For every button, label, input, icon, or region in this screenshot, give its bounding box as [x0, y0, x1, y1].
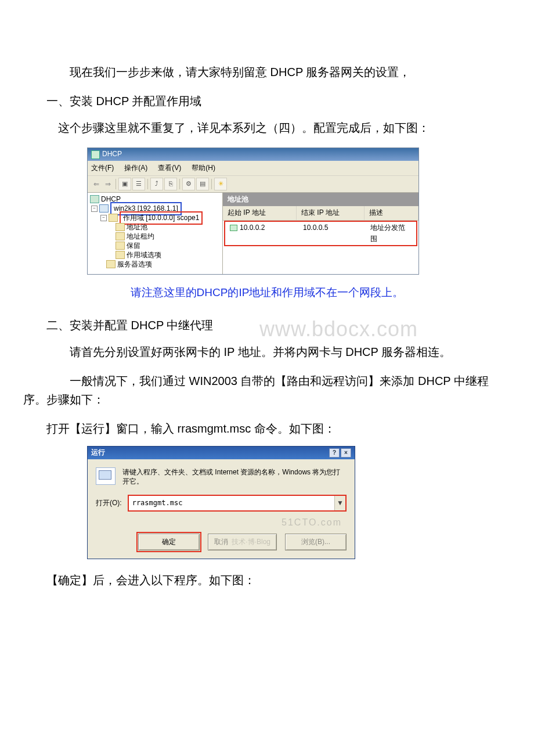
- dhcp-title-icon: [91, 150, 100, 159]
- menu-file[interactable]: 文件(F): [91, 163, 114, 174]
- dhcp-toolbar: ⇐ ⇒ ▣ ☰ ⤴ ⎘ ⚙ ▤ ✳: [88, 176, 418, 193]
- ok-button[interactable]: 确定: [138, 534, 200, 550]
- expand-icon[interactable]: −: [91, 206, 98, 212]
- browse-button[interactable]: 浏览(B)...: [285, 534, 347, 550]
- toolbar-btn-6[interactable]: ▤: [196, 178, 209, 190]
- list-header: 起始 IP 地址 结束 IP 地址 描述: [223, 206, 418, 220]
- run-message: 请键入程序、文件夹、文档或 Internet 资源的名称，Windows 将为您…: [122, 467, 347, 487]
- para-intro: 现在我们一步步来做，请大家特别留意 DHCP 服务器网关的设置，: [23, 63, 511, 81]
- toolbar-btn-1[interactable]: ▣: [118, 178, 131, 190]
- dhcp-root-icon: [90, 195, 99, 203]
- folder-icon: [116, 223, 125, 231]
- folder-icon: [116, 251, 125, 259]
- screenshot-watermark-2: 技术·博·Blog: [232, 538, 270, 546]
- dhcp-tree[interactable]: DHCP − win2k3 [192.168.1.1] − 作用域 [10.0.…: [88, 193, 223, 274]
- dropdown-arrow-icon[interactable]: ▼: [334, 496, 345, 510]
- server-icon: [99, 204, 109, 213]
- nav-back-icon[interactable]: ⇐: [91, 179, 102, 190]
- run-titlebar: 运行 ? ×: [88, 447, 355, 459]
- tree-scopeopt[interactable]: 作用域选项: [89, 250, 221, 260]
- dhcp-menubar: 文件(F) 操作(A) 查看(V) 帮助(H): [88, 161, 418, 176]
- dhcp-console-screenshot: DHCP 文件(F) 操作(A) 查看(V) 帮助(H) ⇐ ⇒ ▣ ☰ ⤴ ⎘…: [87, 147, 419, 275]
- cancel-button[interactable]: 取消技术·博·Blog: [208, 534, 277, 550]
- open-input-value[interactable]: rrasmgmt.msc: [129, 496, 334, 510]
- run-title-text: 运行: [91, 447, 105, 458]
- note-caption: 请注意这里的DHCP的IP地址和作用域不在一个网段上。: [23, 284, 511, 301]
- toolbar-btn-2[interactable]: ☰: [132, 178, 145, 190]
- screenshot-watermark-1: 51CTO.com: [96, 515, 342, 530]
- table-row[interactable]: 10.0.0.2 10.0.0.5 地址分发范围: [224, 221, 417, 246]
- col-start-ip[interactable]: 起始 IP 地址: [223, 206, 297, 219]
- folder-icon: [116, 242, 125, 250]
- para-3: 请首先分别设置好两张网卡的 IP 地址。并将内网卡与 DHCP 服务器相连。: [23, 343, 511, 361]
- toolbar-btn-7[interactable]: ✳: [214, 178, 227, 190]
- toolbar-btn-3[interactable]: ⤴: [150, 178, 163, 190]
- para-4: 一般情况下，我们通过 WIN2003 自带的【路由和远程访问】来添加 DHCP …: [23, 372, 511, 409]
- toolbar-btn-4[interactable]: ⎘: [164, 178, 177, 190]
- ip-range-icon: [230, 225, 237, 231]
- menu-action[interactable]: 操作(A): [124, 163, 147, 174]
- para-5: 打开【运行】窗口，输入 rrasmgmt.msc 命令。如下图：: [23, 419, 511, 438]
- col-desc[interactable]: 描述: [365, 206, 418, 219]
- tree-lease[interactable]: 地址租约: [89, 232, 221, 241]
- dhcp-list: 地址池 起始 IP 地址 结束 IP 地址 描述 10.0.0.2 10.0.0…: [223, 193, 418, 274]
- list-title: 地址池: [223, 193, 418, 206]
- help-button-icon[interactable]: ?: [329, 448, 340, 458]
- heading-2: 二、安装并配置 DHCP 中继代理: [23, 316, 511, 334]
- heading-1: 一、安装 DHCP 并配置作用域: [23, 92, 511, 110]
- para-6: 【确定】后，会进入以下程序。如下图：: [23, 571, 511, 589]
- tree-scope[interactable]: − 作用域 [10.0.0.0] scope1: [89, 213, 221, 222]
- menu-view[interactable]: 查看(V): [158, 163, 181, 174]
- expand-icon[interactable]: −: [100, 215, 107, 221]
- para-2: 这个步骤这里就不重复了，详见本系列之（四）。配置完成后，如下图：: [23, 118, 511, 137]
- dhcp-titlebar: DHCP: [88, 148, 418, 161]
- nav-fwd-icon[interactable]: ⇒: [103, 179, 113, 190]
- folder-icon: [109, 214, 118, 222]
- close-icon[interactable]: ×: [341, 448, 351, 458]
- open-label: 打开(O):: [96, 498, 122, 509]
- folder-icon: [106, 260, 116, 268]
- folder-icon: [116, 232, 125, 240]
- run-dialog-screenshot: 运行 ? × 请键入程序、文件夹、文档或 Internet 资源的名称，Wind…: [87, 446, 355, 560]
- toolbar-btn-5[interactable]: ⚙: [182, 178, 195, 190]
- run-app-icon: [96, 467, 116, 485]
- tree-srvopt[interactable]: 服务器选项: [89, 260, 221, 269]
- menu-help[interactable]: 帮助(H): [192, 163, 215, 174]
- dhcp-title-text: DHCP: [102, 149, 122, 160]
- open-input[interactable]: rrasmgmt.msc ▼: [128, 495, 347, 512]
- col-end-ip[interactable]: 结束 IP 地址: [297, 206, 365, 219]
